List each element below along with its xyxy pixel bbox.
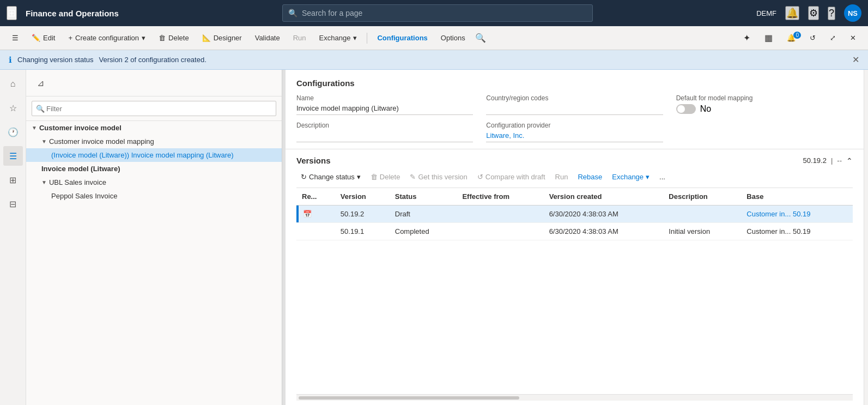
- avatar[interactable]: NS: [844, 4, 861, 22]
- filter-icon[interactable]: ⊟: [3, 194, 23, 214]
- versions-dash: --: [837, 156, 842, 165]
- tree-item-customer-invoice-model-mapping[interactable]: ▼ Customer invoice model mapping: [26, 135, 282, 148]
- search-placeholder: Search for a page: [302, 9, 362, 17]
- table-header-row: Re... Version Status Effective from Vers…: [296, 188, 853, 205]
- tree-item-customer-invoice-model[interactable]: ▼ Customer invoice model: [26, 121, 282, 135]
- cell-effective-1: [457, 205, 543, 223]
- default-field: Default for model mapping No: [676, 94, 853, 115]
- configurations-button[interactable]: Configurations: [372, 32, 433, 44]
- validate-button[interactable]: Validate: [250, 32, 286, 44]
- country-label: Country/region codes: [486, 94, 663, 102]
- search-bar[interactable]: 🔍 Search for a page: [282, 4, 593, 22]
- calendar-icon: 📅: [303, 210, 312, 218]
- close-toolbar-icon[interactable]: ✕: [845, 32, 861, 44]
- refresh-icon[interactable]: ↺: [804, 32, 821, 44]
- cell-desc-1: [663, 205, 741, 223]
- panel-icon[interactable]: ▦: [759, 31, 778, 45]
- name-value: Invoice model mapping (Litware): [296, 104, 473, 115]
- banner-detail: Version 2 of configuration created.: [99, 56, 206, 64]
- help-icon[interactable]: ?: [828, 7, 835, 20]
- cell-re-1: 📅: [296, 205, 335, 223]
- scrollbar-thumb[interactable]: [299, 396, 519, 400]
- desc-value: [296, 131, 473, 142]
- name-label: Name: [296, 94, 473, 102]
- versions-run-button[interactable]: Run: [551, 171, 573, 183]
- get-version-icon: ✎: [410, 173, 416, 181]
- right-scrollbar[interactable]: [864, 70, 868, 405]
- more-button[interactable]: ...: [655, 171, 670, 183]
- versions-collapse-icon[interactable]: ⌃: [846, 156, 853, 165]
- separator1: [367, 33, 367, 44]
- badge-icon[interactable]: 0 🔔: [781, 32, 801, 44]
- banner-message: Changing version status: [17, 56, 93, 64]
- versions-section: Versions 50.19.2 | -- ⌃ ↻ Change status …: [286, 149, 864, 405]
- tree-item-invoice-model-litware[interactable]: (Invoice model (Litware)) Invoice model …: [26, 148, 282, 162]
- base-link-2[interactable]: Customer in...: [746, 227, 791, 235]
- grid-icon[interactable]: ⊞: [7, 6, 17, 20]
- tree-item-label6: Peppol Sales Invoice: [51, 192, 276, 200]
- default-toggle[interactable]: [676, 104, 696, 114]
- config-fields: Name Invoice model mapping (Litware) Cou…: [296, 94, 853, 142]
- options-button[interactable]: Options: [435, 32, 471, 44]
- versions-toolbar: ↻ Change status ▾ 🗑 Delete ✎ Get this ve…: [296, 171, 853, 188]
- change-status-button[interactable]: ↻ Change status ▾: [296, 171, 365, 183]
- action-toolbar: ☰ ✏️ Edit + Create configuration ▾ 🗑 Del…: [0, 26, 868, 50]
- designer-button[interactable]: 📐 Designer: [197, 32, 247, 44]
- expand-icon[interactable]: ⤢: [824, 32, 841, 44]
- filter-input[interactable]: [32, 101, 276, 116]
- empty-field: [676, 122, 853, 142]
- delete-button[interactable]: 🗑 Delete: [153, 32, 195, 44]
- chevron-down-icon5: ▼: [41, 179, 47, 185]
- base-link-1[interactable]: Customer in...: [746, 210, 791, 218]
- create-config-button[interactable]: + Create configuration ▾: [63, 32, 151, 44]
- country-field: Country/region codes: [486, 94, 663, 115]
- grid2-icon[interactable]: ⊞: [3, 170, 23, 190]
- user-label: DEMF: [756, 9, 776, 17]
- designer-icon: 📐: [202, 34, 211, 42]
- list-icon[interactable]: ☰: [3, 146, 23, 166]
- base-val-1: 50.19: [793, 210, 811, 218]
- chevron-down-icon4: ▼: [41, 138, 47, 144]
- tree-filter-icon[interactable]: ⊿: [31, 73, 50, 93]
- provider-field: Configuration provider Litware, Inc.: [486, 122, 663, 142]
- tree-item-ubl-sales-invoice[interactable]: ▼ UBL Sales invoice: [26, 176, 282, 189]
- cell-base-1: Customer in... 50.19: [741, 205, 853, 223]
- tree-item-peppol-sales-invoice[interactable]: Peppol Sales Invoice: [26, 189, 282, 203]
- col-effective-from: Effective from: [457, 188, 543, 205]
- refresh-status-icon: ↻: [301, 173, 307, 181]
- col-status: Status: [390, 188, 457, 205]
- clock-icon[interactable]: 🕐: [3, 122, 23, 142]
- app-title: Finance and Operations: [26, 9, 119, 18]
- col-re: Re...: [296, 188, 335, 205]
- versions-exchange-button[interactable]: Exchange ▾: [608, 171, 654, 183]
- hamburger-button[interactable]: ☰: [7, 32, 24, 44]
- provider-value[interactable]: Litware, Inc.: [486, 131, 663, 142]
- toggle-row: No: [676, 104, 853, 114]
- home-icon[interactable]: ⌂: [3, 74, 23, 94]
- pin-icon[interactable]: ✦: [738, 31, 756, 45]
- settings-icon[interactable]: ⚙: [808, 6, 819, 20]
- notification-icon[interactable]: 🔔: [785, 6, 799, 20]
- compare-draft-button[interactable]: ↺ Compare with draft: [473, 171, 550, 183]
- table-row[interactable]: 📅 50.19.2 Draft 6/30/2020 4:38:03 AM Cus…: [296, 205, 853, 223]
- rebase-button[interactable]: Rebase: [573, 171, 606, 183]
- base-val-2: 50.19: [793, 227, 811, 235]
- default-label: Default for model mapping: [676, 94, 853, 102]
- versions-delete-button[interactable]: 🗑 Delete: [366, 171, 405, 183]
- col-version: Version: [335, 188, 390, 205]
- chevron-down-icon2: ▾: [353, 34, 357, 42]
- toolbar-search-icon[interactable]: 🔍: [475, 33, 486, 43]
- run-button[interactable]: Run: [288, 32, 312, 44]
- table-row[interactable]: 50.19.1 Completed 6/30/2020 4:38:03 AM I…: [296, 223, 853, 240]
- star-icon[interactable]: ☆: [3, 98, 23, 118]
- content-panel: Configurations Name Invoice model mappin…: [286, 70, 864, 405]
- edit-button[interactable]: ✏️ Edit: [26, 32, 60, 44]
- tree-item-invoice-model-litware2[interactable]: Invoice model (Litware): [26, 162, 282, 176]
- get-version-button[interactable]: ✎ Get this version: [405, 171, 471, 183]
- compare-icon: ↺: [477, 173, 483, 181]
- exchange-button[interactable]: Exchange ▾: [314, 32, 363, 44]
- banner-close-button[interactable]: ✕: [852, 55, 859, 65]
- top-navigation: ⊞ Finance and Operations 🔍 Search for a …: [0, 0, 868, 26]
- bottom-scrollbar[interactable]: [296, 394, 853, 401]
- cell-base-2: Customer in... 50.19: [741, 223, 853, 240]
